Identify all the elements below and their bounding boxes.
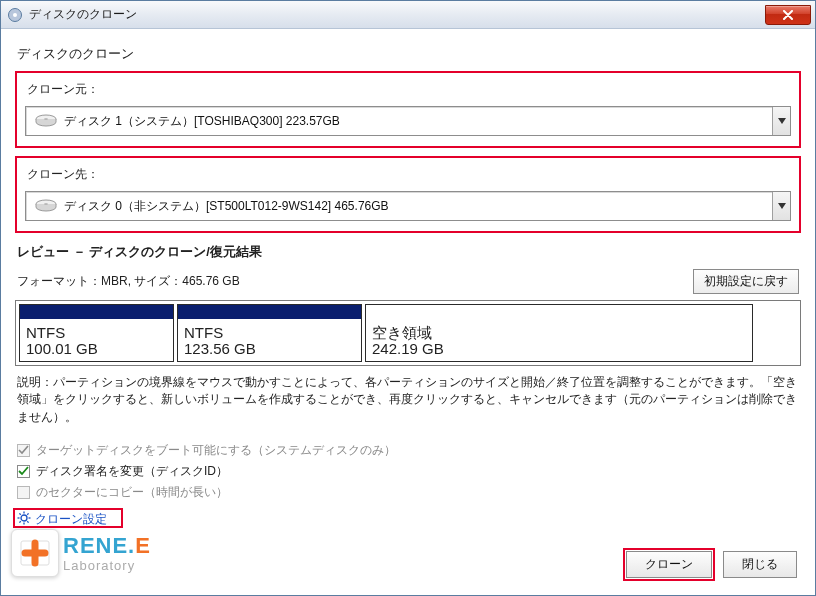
svg-point-6 (21, 515, 27, 521)
svg-point-3 (44, 118, 48, 120)
checkbox-icon (17, 465, 30, 478)
svg-point-1 (13, 13, 17, 17)
disk-icon (34, 198, 58, 214)
partition-header-bar (20, 305, 173, 319)
app-icon (7, 7, 23, 23)
reset-defaults-button[interactable]: 初期設定に戻す (693, 269, 799, 294)
option-bootable[interactable]: ターゲットディスクをブート可能にする（システムディスクのみ） (17, 442, 799, 459)
target-label: クローン先： (27, 166, 791, 183)
option-sector-copy[interactable]: のセクターにコビー（時間が長い） (17, 484, 799, 501)
checkbox-icon (17, 486, 30, 499)
option-bootable-label: ターゲットディスクをブート可能にする（システムディスクのみ） (36, 442, 396, 459)
chevron-down-icon (772, 192, 790, 220)
clone-settings-link[interactable]: クローン設定 (17, 511, 107, 528)
svg-point-5 (44, 203, 48, 205)
svg-line-13 (27, 514, 28, 515)
partition-name: NTFS (26, 325, 167, 342)
format-row: フォーマット：MBR, サイズ：465.76 GB 初期設定に戻す (17, 269, 799, 294)
partition-header-bar (366, 305, 752, 319)
window: ディスクのクローン ディスクのクローン クローン元： ディスク 1（システム）[ (0, 0, 816, 596)
chevron-down-icon (772, 107, 790, 135)
partition-size: 242.19 GB (372, 341, 746, 358)
clone-source-box: クローン元： ディスク 1（システム）[TOSHIBAQ300] 223.57G… (15, 71, 801, 148)
source-disk-dropdown[interactable]: ディスク 1（システム）[TOSHIBAQ300] 223.57GB (25, 106, 791, 136)
close-button[interactable] (765, 5, 811, 25)
review-header: レビュー － ディスクのクローン/復元結果 (17, 243, 801, 261)
option-disksig-label: ディスク署名を変更（ディスクID） (36, 463, 228, 480)
option-sector-label: のセクターにコビー（時間が長い） (36, 484, 228, 501)
clone-settings-label: クローン設定 (35, 511, 107, 528)
partition-block[interactable]: NTFS123.56 GB (177, 304, 362, 362)
footer-buttons: クローン 閉じる (623, 548, 797, 581)
partition-body: 空き領域242.19 GB (366, 319, 752, 361)
option-disksig[interactable]: ディスク署名を変更（ディスクID） (17, 463, 799, 480)
close-dialog-button[interactable]: 閉じる (723, 551, 797, 578)
clone-button[interactable]: クローン (626, 551, 712, 578)
svg-rect-15 (21, 541, 49, 565)
content-area: ディスクのクローン クローン元： ディスク 1（システム）[TOSHIBAQ30… (1, 29, 815, 542)
window-title: ディスクのクローン (29, 6, 137, 23)
page-heading: ディスクのクローン (17, 45, 801, 63)
source-disk-text: ディスク 1（システム）[TOSHIBAQ300] 223.57GB (64, 113, 772, 130)
target-disk-text: ディスク 0（非システム）[ST500LT012-9WS142] 465.76G… (64, 198, 772, 215)
options-group: ターゲットディスクをブート可能にする（システムディスクのみ） ディスク署名を変更… (17, 442, 799, 501)
partition-size: 100.01 GB (26, 341, 167, 358)
partition-name: NTFS (184, 325, 355, 342)
gear-icon (17, 511, 31, 528)
close-icon (782, 10, 794, 20)
svg-line-12 (27, 521, 28, 522)
disk-icon (34, 113, 58, 129)
svg-line-11 (19, 514, 20, 515)
partition-block[interactable]: NTFS100.01 GB (19, 304, 174, 362)
checkbox-icon (17, 444, 30, 457)
clone-target-box: クローン先： ディスク 0（非システム）[ST500LT012-9WS142] … (15, 156, 801, 233)
partition-layout[interactable]: NTFS100.01 GBNTFS123.56 GB空き領域242.19 GB (15, 300, 801, 366)
partition-body: NTFS123.56 GB (178, 319, 361, 361)
partition-header-bar (178, 305, 361, 319)
target-disk-dropdown[interactable]: ディスク 0（非システム）[ST500LT012-9WS142] 465.76G… (25, 191, 791, 221)
partition-size: 123.56 GB (184, 341, 355, 358)
watermark-subtitle: Laboratory (63, 559, 151, 572)
partition-body: NTFS100.01 GB (20, 319, 173, 361)
description-text: 説明：パーティションの境界線をマウスで動かすことによって、各パーティションのサイ… (17, 374, 799, 426)
partition-name: 空き領域 (372, 325, 746, 342)
source-label: クローン元： (27, 81, 791, 98)
format-text: フォーマット：MBR, サイズ：465.76 GB (17, 273, 240, 290)
titlebar: ディスクのクローン (1, 1, 815, 29)
partition-block[interactable]: 空き領域242.19 GB (365, 304, 753, 362)
svg-line-14 (19, 521, 20, 522)
